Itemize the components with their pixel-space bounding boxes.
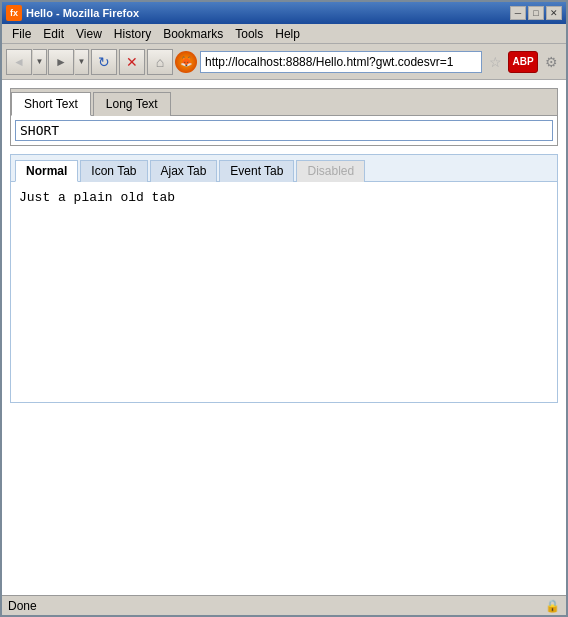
inner-tab-disabled: Disabled — [296, 160, 365, 182]
window-controls: ─ □ ✕ — [510, 6, 562, 20]
nav-buttons: ◄ ▼ ► ▼ — [6, 49, 89, 75]
short-text-input[interactable] — [15, 120, 553, 141]
menu-view[interactable]: View — [70, 26, 108, 42]
outer-tab-short-text[interactable]: Short Text — [11, 92, 91, 116]
forward-button[interactable]: ► — [48, 49, 74, 75]
outer-tab-bar: Short Text Long Text — [11, 89, 557, 116]
menu-bar: File Edit View History Bookmarks Tools H… — [2, 24, 566, 44]
address-bar[interactable] — [200, 51, 482, 73]
menu-bookmarks[interactable]: Bookmarks — [157, 26, 229, 42]
close-button[interactable]: ✕ — [546, 6, 562, 20]
inner-tab-bar: Normal Icon Tab Ajax Tab Event Tab Disab… — [11, 155, 557, 182]
tab-content-text: Just a plain old tab — [19, 190, 175, 205]
menu-history[interactable]: History — [108, 26, 157, 42]
inner-tab-content: Just a plain old tab — [11, 182, 557, 402]
outer-tab-long-text[interactable]: Long Text — [93, 92, 171, 116]
reload-button[interactable]: ↻ — [91, 49, 117, 75]
inner-tab-container: Normal Icon Tab Ajax Tab Event Tab Disab… — [10, 154, 558, 403]
minimize-button[interactable]: ─ — [510, 6, 526, 20]
menu-file[interactable]: File — [6, 26, 37, 42]
toolbar: ◄ ▼ ► ▼ ↻ ✕ ⌂ 🦊 ☆ ABP ⚙ — [2, 44, 566, 80]
window-title: Hello - Mozilla Firefox — [26, 7, 139, 19]
firefox-icon: fx — [6, 5, 22, 21]
site-logo: 🦊 — [175, 51, 197, 73]
inner-tab-normal[interactable]: Normal — [15, 160, 78, 182]
title-bar-text: fx Hello - Mozilla Firefox — [6, 5, 139, 21]
outer-tab-container: Short Text Long Text — [10, 88, 558, 146]
home-button[interactable]: ⌂ — [147, 49, 173, 75]
bookmark-star[interactable]: ☆ — [485, 51, 505, 73]
menu-tools[interactable]: Tools — [229, 26, 269, 42]
title-bar: fx Hello - Mozilla Firefox ─ □ ✕ — [2, 2, 566, 24]
menu-edit[interactable]: Edit — [37, 26, 70, 42]
status-bar: Done 🔒 — [2, 595, 566, 615]
maximize-button[interactable]: □ — [528, 6, 544, 20]
forward-dropdown[interactable]: ▼ — [75, 49, 89, 75]
outer-tab-content — [11, 116, 557, 145]
inner-tab-icon[interactable]: Icon Tab — [80, 160, 147, 182]
menu-help[interactable]: Help — [269, 26, 306, 42]
stop-button[interactable]: ✕ — [119, 49, 145, 75]
back-button[interactable]: ◄ — [6, 49, 32, 75]
settings-button[interactable]: ⚙ — [540, 51, 562, 73]
adblock-button[interactable]: ABP — [508, 51, 538, 73]
back-dropdown[interactable]: ▼ — [33, 49, 47, 75]
browser-window: fx Hello - Mozilla Firefox ─ □ ✕ File Ed… — [0, 0, 568, 617]
page-content: Short Text Long Text Normal Icon Tab Aja… — [2, 80, 566, 595]
inner-tab-ajax[interactable]: Ajax Tab — [150, 160, 218, 182]
inner-tab-event[interactable]: Event Tab — [219, 160, 294, 182]
status-icon: 🔒 — [544, 598, 560, 614]
address-bar-container: 🦊 ☆ ABP — [175, 51, 538, 73]
status-text: Done — [8, 599, 37, 613]
